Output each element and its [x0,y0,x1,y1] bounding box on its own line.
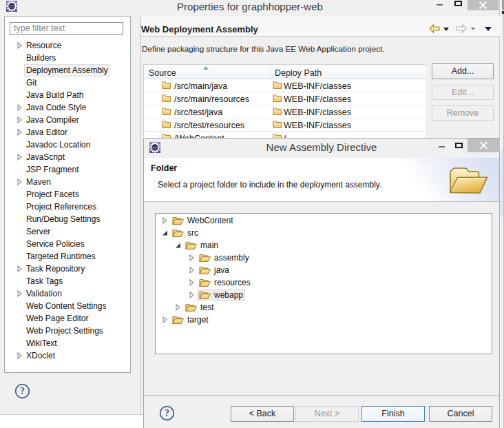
svg-text:?: ? [20,386,25,396]
svg-text:?: ? [165,408,169,418]
